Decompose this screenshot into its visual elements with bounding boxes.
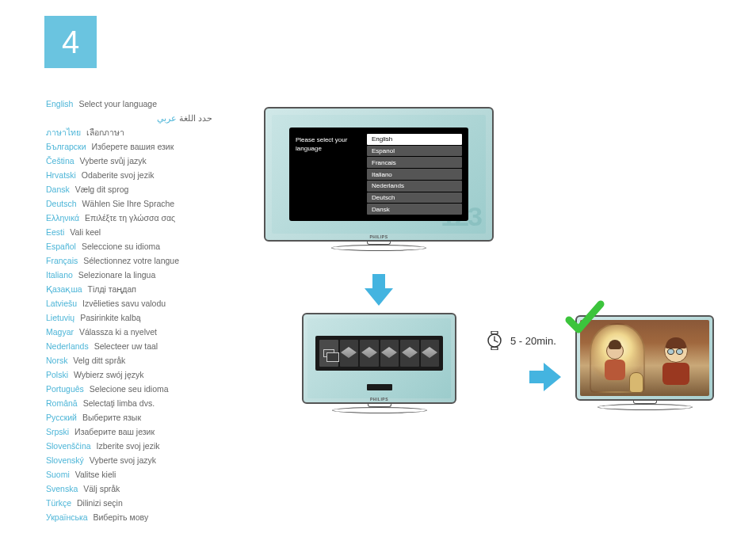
menu-option[interactable]: Italiano (367, 169, 462, 180)
language-row: Slovenščina Izberite svoj jezik (46, 439, 252, 453)
watch-icon (487, 331, 502, 350)
tv-language-select: 123 Please select your language EnglishE… (264, 107, 494, 257)
step-number-badge: 4 (44, 16, 97, 68)
language-row: Français Sélectionnez votre langue (46, 253, 252, 268)
language-row: Italiano Selezionare la lingua (46, 268, 252, 282)
language-row: Español Seleccione su idioma (46, 239, 252, 253)
language-row: Magyar Válassza ki a nyelvet (46, 325, 252, 339)
wait-time: 5 - 20min. (487, 331, 556, 350)
language-row: Latviešu Izvēlieties savu valodu (46, 296, 252, 310)
menu-prompt: Please select your language (296, 134, 361, 215)
setup-action-button (367, 384, 392, 390)
language-row: Русский Выберите язык (46, 410, 252, 424)
language-row: Ελληνικά Επιλέξτε τη γλώσσα σας (46, 211, 252, 225)
language-instruction-list: English Select your languageحدد اللغة عر… (46, 97, 252, 524)
language-row: Svenska Välj språk (46, 482, 252, 496)
tv-brand-label: PHILIPS (370, 234, 388, 239)
language-row: Dansk Vælg dit sprog (46, 182, 252, 196)
language-row: Português Selecione seu idioma (46, 382, 252, 396)
menu-option[interactable]: Dansk (367, 204, 462, 215)
language-row: Қазақша Тілді таңдап (46, 282, 252, 296)
menu-option[interactable]: English (367, 134, 462, 145)
language-row: حدد اللغة عربي (46, 111, 252, 125)
menu-option[interactable]: Nederlands (367, 181, 462, 192)
language-row: Norsk Velg ditt språk (46, 353, 252, 367)
menu-options: EnglishEspanolFrancaisItalianoNederlands… (367, 134, 462, 215)
checkmark-icon (564, 298, 605, 339)
language-row: Suomi Valitse kieli (46, 467, 252, 482)
arrow-down-icon (365, 274, 393, 306)
tv-brand-label-small: PHILIPS (370, 397, 388, 402)
language-row: English Select your language (46, 97, 252, 111)
language-row: Srpski Изаберите ваш језик (46, 424, 252, 439)
language-row: Nederlands Selecteer uw taal (46, 339, 252, 353)
language-row: Eesti Vali keel (46, 225, 252, 239)
menu-option[interactable]: Espanol (367, 146, 462, 157)
language-row: Slovenský Vyberte svoj jazyk (46, 453, 252, 467)
language-row: Čeština Vyberte svůj jazyk (46, 154, 252, 168)
language-row: Lietuvių Pasirinkite kalbą (46, 310, 252, 325)
arrow-right-icon (529, 363, 561, 391)
language-row: Polski Wybierz swój język (46, 367, 252, 382)
language-row: Türkçe Dilinizi seçin (46, 496, 252, 510)
language-row: ภาษาไทย เลือกภาษา (46, 125, 252, 139)
menu-option[interactable]: Deutsch (367, 192, 462, 204)
language-row: Română Selectaţi limba dvs. (46, 396, 252, 410)
wait-time-text: 5 - 20min. (510, 335, 556, 347)
language-row: Hrvatski Odaberite svoj jezik (46, 168, 252, 182)
language-row: Deutsch Wählen Sie Ihre Sprache (46, 196, 252, 211)
menu-option[interactable]: Francais (367, 157, 462, 168)
tv-setup-screen: PHILIPS (302, 313, 456, 416)
language-row: Български Изберете вашия език (46, 139, 252, 154)
language-row: Українська Виберіть мову (46, 510, 252, 524)
language-menu: Please select your language EnglishEspan… (289, 128, 468, 221)
